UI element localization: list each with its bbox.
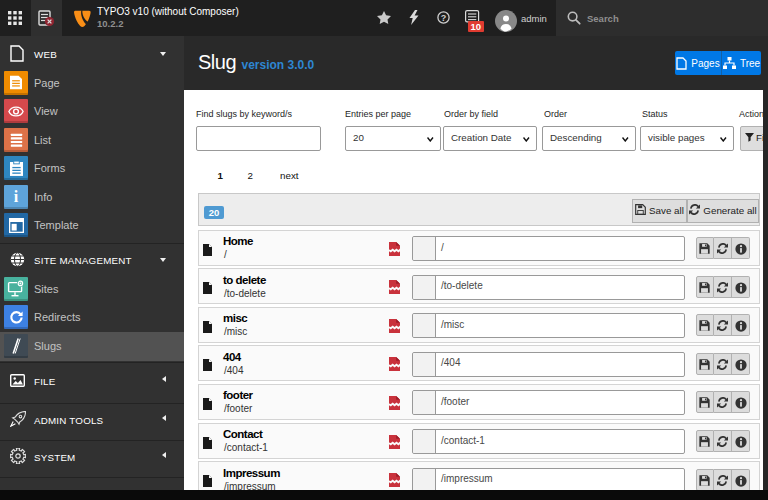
- svg-text:?: ?: [441, 13, 447, 23]
